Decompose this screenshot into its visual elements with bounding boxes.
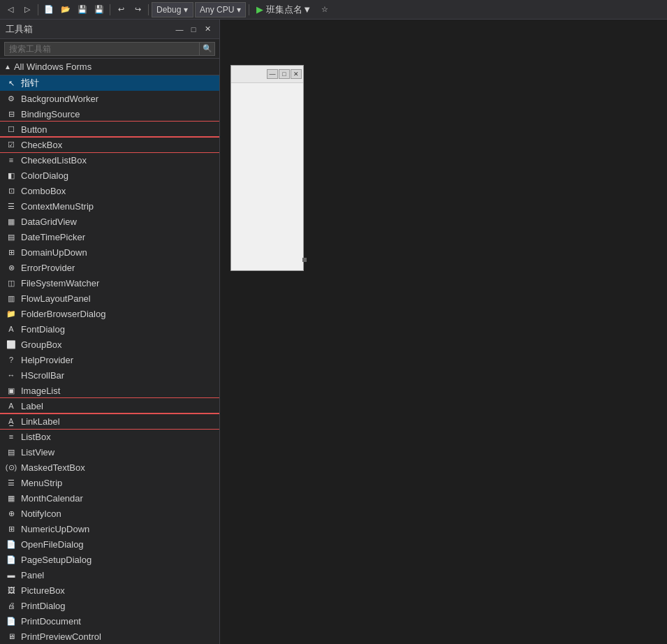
config-dropdown[interactable]: Debug ▾: [152, 2, 193, 17]
tool-item-hscrollbar[interactable]: ↔HScrollBar: [0, 367, 219, 383]
tool-item-openfiledialog[interactable]: 📄OpenFileDialog: [0, 536, 219, 552]
tool-label-label: Label: [21, 401, 43, 411]
tool-icon-printdialog: 🖨: [6, 600, 17, 611]
tool-icon-datagridview: ▦: [6, 216, 17, 227]
tool-icon-checkedlistbox: ≡: [6, 154, 17, 166]
tool-item-monthcalendar[interactable]: ▦MonthCalendar: [0, 490, 219, 506]
toolbox-search-input[interactable]: [4, 42, 200, 56]
tool-label-checkedlistbox: CheckedListBox: [21, 155, 87, 166]
tool-icon-maskedtextbox: (⊙): [6, 462, 17, 473]
tool-icon-fontdialog: A: [6, 323, 17, 335]
tool-icon-listbox: ≡: [6, 431, 17, 442]
tool-icon-folderbrowserdialog: 📁: [6, 308, 17, 319]
tool-item-numericupdown[interactable]: ⊞NumericUpDown: [0, 521, 219, 536]
design-area[interactable]: — □ ✕: [220, 20, 667, 644]
pin-button[interactable]: —: [173, 23, 186, 36]
tool-label-menustrip: MenuStrip: [21, 478, 62, 488]
tool-label-pointer: 指针: [21, 77, 39, 89]
tool-item-contextmenustrip[interactable]: ☰ContextMenuStrip: [0, 198, 219, 214]
tool-item-flowlayoutpanel[interactable]: ▥FlowLayoutPanel: [0, 291, 219, 306]
new-file-btn[interactable]: 📄: [41, 2, 57, 17]
tool-item-folderbrowserdialog[interactable]: 📁FolderBrowserDialog: [0, 306, 219, 321]
tool-item-picturebox[interactable]: 🖼PictureBox: [0, 583, 219, 598]
toolbox-category-windows-forms[interactable]: ▲ All Windows Forms: [0, 59, 219, 75]
tool-label-printdialog: PrintDialog: [21, 601, 66, 611]
save-btn[interactable]: 💾: [75, 2, 90, 17]
dock-button[interactable]: □: [187, 23, 200, 36]
tool-icon-pagesetupdialog: 📄: [6, 554, 17, 565]
tool-label-linklabel: LinkLabel: [21, 416, 60, 427]
tool-item-notifyicon[interactable]: ⊕NotifyIcon: [0, 506, 219, 521]
tool-item-checkbox[interactable]: ☑CheckBox: [0, 137, 219, 152]
tool-item-helpprovider[interactable]: ?HelpProvider: [0, 352, 219, 367]
tool-item-fontdialog[interactable]: AFontDialog: [0, 321, 219, 337]
tool-item-printpreviewcontrol[interactable]: 🖥PrintPreviewControl: [0, 629, 219, 644]
tool-item-checkedlistbox[interactable]: ≡CheckedListBox: [0, 152, 219, 168]
tool-item-groupbox[interactable]: ⬜GroupBox: [0, 337, 219, 352]
tool-item-printdocument[interactable]: 📄PrintDocument: [0, 613, 219, 629]
tool-label-listbox: ListBox: [21, 432, 51, 442]
back-btn[interactable]: ◁: [3, 2, 18, 17]
tool-label-openfiledialog: OpenFileDialog: [21, 539, 84, 550]
tool-icon-button: ☐: [6, 124, 17, 135]
run-button[interactable]: ▶ 班集点名▼: [252, 2, 316, 17]
tool-item-printdialog[interactable]: 🖨PrintDialog: [0, 598, 219, 613]
star-btn[interactable]: ☆: [317, 2, 332, 17]
tool-label-pagesetupdialog: PageSetupDialog: [21, 555, 91, 565]
tool-label-listview: ListView: [21, 447, 54, 458]
tool-item-menustrip[interactable]: ☰MenuStrip: [0, 475, 219, 490]
tool-label-bindingsource: BindingSource: [21, 109, 80, 119]
tool-item-colordialog[interactable]: ◧ColorDialog: [0, 168, 219, 183]
tool-label-picturebox: PictureBox: [21, 585, 65, 596]
toolbox-header-btns: — □ ✕: [173, 23, 214, 36]
open-btn[interactable]: 📂: [58, 2, 73, 17]
tool-label-checkbox: CheckBox: [21, 140, 62, 150]
tool-label-datetimepicker: DateTimePicker: [21, 232, 85, 242]
tool-item-pagesetupdialog[interactable]: 📄PageSetupDialog: [0, 552, 219, 567]
tool-item-panel[interactable]: ▬Panel: [0, 567, 219, 583]
undo-btn[interactable]: ↩: [113, 2, 129, 17]
tool-label-fontdialog: FontDialog: [21, 324, 65, 335]
resize-handle[interactable]: [302, 258, 307, 262]
tool-item-datagridview[interactable]: ▦DataGridView: [0, 214, 219, 229]
form-minimize-btn[interactable]: —: [267, 69, 278, 79]
tool-item-label[interactable]: ALabel: [0, 398, 219, 414]
redo-btn[interactable]: ↪: [130, 2, 145, 17]
toolbox-header: 工具箱 — □ ✕: [0, 20, 219, 39]
form-close-btn[interactable]: ✕: [291, 69, 302, 79]
form-restore-btn[interactable]: □: [279, 69, 290, 79]
tool-item-listbox[interactable]: ≡ListBox: [0, 429, 219, 444]
form-titlebar: — □ ✕: [231, 66, 303, 83]
tool-item-errorprovider[interactable]: ⊗ErrorProvider: [0, 260, 219, 275]
tool-item-imagelist[interactable]: ▣ImageList: [0, 383, 219, 398]
close-toolbox-button[interactable]: ✕: [201, 23, 214, 36]
separator-4: [249, 4, 249, 15]
tool-item-domainupdown[interactable]: ⊞DomainUpDown: [0, 244, 219, 260]
tool-item-pointer[interactable]: ↖指针: [0, 75, 219, 91]
tool-label-combobox: ComboBox: [21, 186, 66, 196]
tool-item-filesystemwatcher[interactable]: ◫FileSystemWatcher: [0, 275, 219, 291]
tool-item-bindingsource[interactable]: ⊟BindingSource: [0, 106, 219, 122]
tool-icon-panel: ▬: [6, 569, 17, 580]
config-label: Debug: [156, 5, 181, 15]
tool-icon-datetimepicker: ▤: [6, 231, 17, 242]
tool-label-filesystemwatcher: FileSystemWatcher: [21, 278, 99, 288]
tool-item-button[interactable]: ☐Button: [0, 122, 219, 137]
tool-item-listview[interactable]: ▤ListView: [0, 444, 219, 460]
toolbox-list: ↖指针⚙BackgroundWorker⊟BindingSource☐Butto…: [0, 75, 219, 644]
tool-icon-colordialog: ◧: [6, 170, 17, 181]
tool-item-backgroundworker[interactable]: ⚙BackgroundWorker: [0, 91, 219, 106]
tool-icon-groupbox: ⬜: [6, 339, 17, 350]
toolbox-search-bar: 🔍: [0, 39, 219, 59]
tool-item-linklabel[interactable]: A̲LinkLabel: [0, 414, 219, 429]
tool-item-datetimepicker[interactable]: ▤DateTimePicker: [0, 229, 219, 244]
tool-label-numericupdown: NumericUpDown: [21, 524, 89, 534]
search-icon-btn[interactable]: 🔍: [200, 42, 215, 56]
tool-item-combobox[interactable]: ⊡ComboBox: [0, 183, 219, 198]
tool-item-maskedtextbox[interactable]: (⊙)MaskedTextBox: [0, 460, 219, 475]
forward-btn[interactable]: ▷: [20, 2, 35, 17]
tool-label-notifyicon: NotifyIcon: [21, 508, 61, 519]
cpu-dropdown[interactable]: Any CPU ▾: [195, 2, 246, 17]
save-all-btn[interactable]: 💾: [91, 2, 107, 17]
tool-icon-backgroundworker: ⚙: [6, 93, 17, 104]
